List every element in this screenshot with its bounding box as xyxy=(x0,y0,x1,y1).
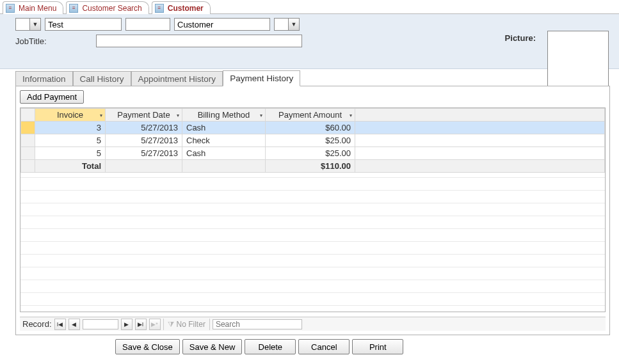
cell-invoice[interactable]: 5 xyxy=(35,147,106,160)
record-navigator: Record: I◀ ◀ ▶ ▶I ▶* ⧩ No Filter xyxy=(20,317,606,331)
jobtitle-label: JobTitle: xyxy=(15,36,92,46)
table-total-row: Total $110.00 xyxy=(21,160,605,173)
row-selector[interactable] xyxy=(21,122,35,134)
customer-form-header: ▼ ▼ JobTitle: Picture: xyxy=(0,14,619,69)
col-label: Payment Amount xyxy=(278,110,342,120)
cell-method[interactable]: Cash xyxy=(182,147,266,160)
customer-tabs: Information Call History Appointment His… xyxy=(15,69,610,335)
table-header-row: Invoice ▾ Payment Date ▾ Billing Method … xyxy=(21,109,605,122)
picture-frame[interactable] xyxy=(547,31,609,93)
col-billing-method[interactable]: Billing Method ▾ xyxy=(182,109,266,122)
table-row[interactable]: 5 5/27/2013 Cash $25.00 xyxy=(21,147,605,160)
cell-date[interactable]: 5/27/2013 xyxy=(106,134,182,147)
col-invoice[interactable]: Invoice ▾ xyxy=(35,109,106,122)
col-payment-amount[interactable]: Payment Amount ▾ xyxy=(266,109,355,122)
row-selector[interactable] xyxy=(21,134,35,147)
button-label: Cancel xyxy=(311,342,337,352)
search-input[interactable] xyxy=(213,319,302,329)
middle-name-input[interactable] xyxy=(125,18,170,31)
save-close-button[interactable]: Save & Close xyxy=(115,339,180,354)
datasheet-filler xyxy=(20,177,605,312)
tab-customer[interactable]: ≡ Customer xyxy=(152,1,211,14)
window-tabs: ≡ Main Menu ≡ Customer Search ≡ Customer xyxy=(0,0,619,14)
button-label: Print xyxy=(369,342,387,352)
cell-spacer xyxy=(355,147,605,160)
tab-label: Call History xyxy=(80,74,124,84)
chevron-down-icon[interactable]: ▾ xyxy=(100,112,102,118)
no-filter-label: No Filter xyxy=(177,320,205,329)
col-spacer xyxy=(355,109,605,122)
row-selector[interactable] xyxy=(21,147,35,160)
tab-customer-search[interactable]: ≡ Customer Search xyxy=(66,1,149,14)
cell-amount[interactable]: $60.00 xyxy=(266,122,355,134)
cell-total-label: Total xyxy=(35,160,106,173)
suffix-combo[interactable]: ▼ xyxy=(274,18,300,31)
add-payment-button[interactable]: Add Payment xyxy=(20,90,84,104)
cell-invoice[interactable]: 5 xyxy=(35,134,106,147)
tab-label: Information xyxy=(22,74,66,84)
select-all-rows[interactable] xyxy=(21,109,35,122)
cell-date[interactable]: 5/27/2013 xyxy=(106,122,182,134)
tab-label: Payment History xyxy=(230,74,293,83)
form-footer: Save & Close Save & New Delete Cancel Pr… xyxy=(115,339,619,354)
tab-information[interactable]: Information xyxy=(15,71,73,86)
form-icon: ≡ xyxy=(6,4,15,13)
cell-empty xyxy=(106,160,182,173)
nav-prev-button[interactable]: ◀ xyxy=(68,319,80,330)
nav-next-button[interactable]: ▶ xyxy=(121,319,133,330)
form-icon: ≡ xyxy=(69,4,78,13)
cell-method[interactable]: Cash xyxy=(182,122,266,134)
tab-appointment-history[interactable]: Appointment History xyxy=(131,71,223,86)
picture-label: Picture: xyxy=(505,33,536,43)
tab-payment-history[interactable]: Payment History xyxy=(223,70,300,86)
chevron-down-icon[interactable]: ▾ xyxy=(177,112,179,118)
cell-empty xyxy=(182,160,266,173)
delete-button[interactable]: Delete xyxy=(245,339,296,354)
table-row[interactable]: 3 5/27/2013 Cash $60.00 xyxy=(21,122,605,134)
payments-datasheet[interactable]: Invoice ▾ Payment Date ▾ Billing Method … xyxy=(20,107,606,312)
cell-amount[interactable]: $25.00 xyxy=(266,147,355,160)
cell-invoice[interactable]: 3 xyxy=(35,122,106,134)
tab-call-history[interactable]: Call History xyxy=(73,71,131,86)
no-filter-indicator[interactable]: ⧩ No Filter xyxy=(163,319,210,330)
tab-main-menu[interactable]: ≡ Main Menu xyxy=(3,1,63,14)
cell-method[interactable]: Check xyxy=(182,134,266,147)
button-label: Add Payment xyxy=(27,92,77,102)
button-label: Save & Close xyxy=(122,342,173,352)
cell-spacer xyxy=(355,122,605,134)
jobtitle-input[interactable] xyxy=(96,35,302,47)
save-new-button[interactable]: Save & New xyxy=(182,339,243,354)
cell-amount[interactable]: $25.00 xyxy=(266,134,355,147)
col-payment-date[interactable]: Payment Date ▾ xyxy=(106,109,182,122)
nav-last-button[interactable]: ▶I xyxy=(135,319,147,330)
form-icon: ≡ xyxy=(155,4,164,13)
col-label: Invoice xyxy=(57,110,83,120)
button-label: Delete xyxy=(259,342,283,352)
cancel-button[interactable]: Cancel xyxy=(298,339,350,354)
nav-first-button[interactable]: I◀ xyxy=(54,319,66,330)
chevron-down-icon[interactable]: ▼ xyxy=(29,18,41,31)
button-label: Save & New xyxy=(189,342,236,352)
row-selector xyxy=(21,160,35,173)
chevron-down-icon[interactable]: ▾ xyxy=(350,112,352,118)
filter-icon: ⧩ xyxy=(168,320,174,329)
tab-label: Appointment History xyxy=(138,74,216,84)
win-tab-label: Customer xyxy=(168,4,204,13)
win-tab-label: Main Menu xyxy=(19,4,56,13)
nav-new-button[interactable]: ▶* xyxy=(149,319,161,330)
chevron-down-icon[interactable]: ▾ xyxy=(260,112,262,118)
table-row[interactable]: 5 5/27/2013 Check $25.00 xyxy=(21,134,605,147)
record-label: Record: xyxy=(22,319,52,329)
cell-spacer xyxy=(355,160,605,173)
title-combo[interactable]: ▼ xyxy=(15,18,41,31)
last-name-input[interactable] xyxy=(174,18,270,31)
cell-date[interactable]: 5/27/2013 xyxy=(106,147,182,160)
record-number-input[interactable] xyxy=(83,319,118,329)
first-name-input[interactable] xyxy=(45,18,122,31)
cell-spacer xyxy=(355,134,605,147)
payment-history-body: Add Payment Invoice ▾ xyxy=(15,86,610,335)
cell-total-amount: $110.00 xyxy=(266,160,355,173)
chevron-down-icon[interactable]: ▼ xyxy=(288,18,300,31)
col-label: Payment Date xyxy=(117,110,170,120)
print-button[interactable]: Print xyxy=(352,339,403,354)
